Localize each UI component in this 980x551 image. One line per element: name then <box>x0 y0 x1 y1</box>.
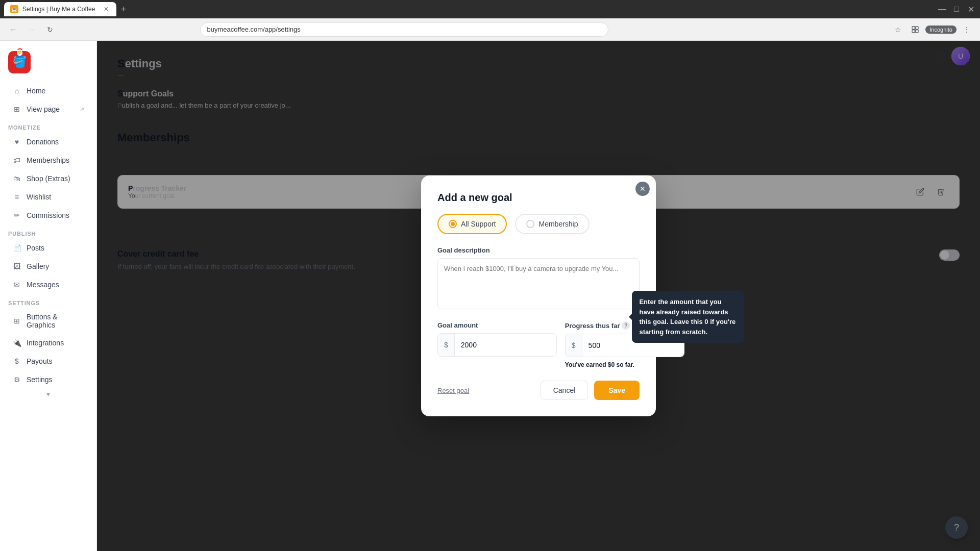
sidebar-item-gallery[interactable]: 🖼 Gallery <box>4 258 92 275</box>
sidebar-item-view-page[interactable]: ⊞ View page ↗ <box>4 101 92 118</box>
all-support-radio-label: All Support <box>461 220 496 228</box>
modal-actions: Cancel Save <box>541 381 640 400</box>
goal-amount-input[interactable] <box>455 334 556 356</box>
all-support-radio-dot <box>449 220 457 228</box>
reset-goal-link[interactable]: Reset goal <box>437 387 469 394</box>
browser-tab[interactable]: ☕ Settings | Buy Me a Coffee ✕ <box>4 2 116 16</box>
save-button[interactable]: Save <box>594 381 640 400</box>
grid-icon: ⊞ <box>12 316 21 325</box>
sidebar-item-gallery-label: Gallery <box>27 262 49 270</box>
sidebar-item-messages-label: Messages <box>27 281 59 289</box>
pencil-icon: ✏ <box>12 211 21 220</box>
progress-info-wrapper: ? Enter the amount that you have already… <box>622 321 630 330</box>
bookmark-icon[interactable]: ☆ <box>891 22 905 37</box>
sidebar-item-payouts-label: Payouts <box>27 357 53 365</box>
external-icon: ↗ <box>80 106 84 113</box>
sidebar-item-shop[interactable]: 🛍 Shop (Extras) <box>4 170 92 187</box>
sidebar-item-view-page-label: View page <box>27 105 60 113</box>
sidebar-item-settings[interactable]: ⚙ Settings <box>4 371 92 388</box>
cancel-button[interactable]: Cancel <box>541 381 589 400</box>
app-page: 🎅 🪣 ⌂ Home ⊞ View page ↗ MONETIZE <box>0 41 980 551</box>
tag-icon: 🏷 <box>12 156 21 165</box>
progress-tooltip: Enter the amount that you have already r… <box>632 291 744 343</box>
all-support-radio[interactable]: All Support <box>437 214 507 234</box>
bag-icon: 🛍 <box>12 174 21 183</box>
sidebar-item-memberships[interactable]: 🏷 Memberships <box>4 152 92 169</box>
extension-icon[interactable] <box>908 22 922 37</box>
membership-radio[interactable]: Membership <box>515 214 589 234</box>
sidebar-item-wishlist[interactable]: ≡ Wishlist <box>4 188 92 206</box>
sidebar-item-posts[interactable]: 📄 Posts <box>4 239 92 257</box>
sidebar-item-payouts[interactable]: $ Payouts <box>4 353 92 370</box>
goal-amount-group: Goal amount $ <box>437 321 557 357</box>
menu-icon[interactable]: ⋮ <box>960 22 974 37</box>
sidebar-item-home[interactable]: ⌂ Home <box>4 82 92 99</box>
doc-icon: 📄 <box>12 243 21 253</box>
app-logo: 🎅 🪣 <box>8 51 31 73</box>
sidebar-item-integrations-label: Integrations <box>27 339 64 347</box>
address-bar[interactable]: buymeacoffee.com/app/settings <box>200 22 608 37</box>
new-tab-button[interactable]: + <box>116 2 131 16</box>
earned-suffix: so far. <box>615 361 634 368</box>
dollar-icon: $ <box>12 357 21 366</box>
svg-rect-0 <box>912 27 915 29</box>
reload-button[interactable]: ↻ <box>43 22 57 37</box>
sidebar-item-posts-label: Posts <box>27 244 44 252</box>
home-icon: ⌂ <box>12 86 21 95</box>
progress-label: Progress thus far ? Enter the amount tha… <box>565 321 684 330</box>
amount-row: Goal amount $ Progress thus far <box>437 321 640 368</box>
back-button[interactable]: ← <box>6 22 20 37</box>
gear-icon: ⚙ <box>12 375 21 384</box>
goal-description-label: Goal description <box>437 246 640 254</box>
sidebar-item-commissions-label: Commissions <box>27 211 69 219</box>
goal-type-radio-group: All Support Membership <box>437 214 640 234</box>
modal-footer: Reset goal Cancel Save <box>437 381 640 400</box>
add-goal-modal: ✕ Add a new goal All Support <box>421 176 656 416</box>
all-support-radio-dot-inner <box>451 222 455 226</box>
goal-description-textarea[interactable] <box>437 258 640 309</box>
maximize-button[interactable]: □ <box>951 4 962 14</box>
tab-favicon: ☕ <box>10 5 18 13</box>
sidebar-item-memberships-label: Memberships <box>27 156 69 164</box>
svg-rect-3 <box>916 30 918 32</box>
progress-currency: $ <box>566 334 582 357</box>
browser-toolbar: ← → ↻ buymeacoffee.com/app/settings ☆ In… <box>0 18 980 41</box>
sidebar-item-messages[interactable]: ✉ Messages <box>4 276 92 293</box>
tooltip-text: Enter the amount that you have already r… <box>639 298 736 336</box>
main-area: U Settings — Support Goals Publish a goa… <box>97 41 980 551</box>
goal-amount-label: Goal amount <box>437 321 557 329</box>
close-window-button[interactable]: ✕ <box>966 4 976 14</box>
sidebar-item-commissions[interactable]: ✏ Commissions <box>4 207 92 224</box>
sidebar-scroll-down[interactable]: ▼ <box>0 389 96 400</box>
tab-title: Settings | Buy Me a Coffee <box>22 6 95 13</box>
sidebar-logo: 🎅 🪣 <box>0 47 96 82</box>
minimize-button[interactable]: — <box>937 4 947 14</box>
mail-icon: ✉ <box>12 280 21 289</box>
forward-button[interactable]: → <box>24 22 39 37</box>
list-icon: ≡ <box>12 192 21 202</box>
sidebar-item-donations[interactable]: ♥ Donations <box>4 133 92 151</box>
sidebar: 🎅 🪣 ⌂ Home ⊞ View page ↗ MONETIZE <box>0 41 97 551</box>
progress-info-icon[interactable]: ? <box>622 321 630 330</box>
modal-close-button[interactable]: ✕ <box>635 182 650 196</box>
close-icon: ✕ <box>640 185 646 193</box>
earned-amount: $0 <box>608 361 615 368</box>
heart-icon: ♥ <box>12 137 21 146</box>
progress-group: Progress thus far ? Enter the amount tha… <box>565 321 684 368</box>
modal-backdrop: ✕ Add a new goal All Support <box>97 41 980 551</box>
sidebar-item-buttons-label: Buttons & Graphics <box>27 313 84 329</box>
image-icon: 🖼 <box>12 262 21 271</box>
sidebar-item-settings-label: Settings <box>27 375 53 384</box>
incognito-badge: Incognito <box>925 26 957 34</box>
settings-section-label: SETTINGS <box>0 294 96 308</box>
earned-text: You've earned $0 so far. <box>565 361 684 368</box>
earned-prefix: You've earned <box>565 361 608 368</box>
browser-window: ☕ Settings | Buy Me a Coffee ✕ + — □ ✕ ←… <box>0 0 980 551</box>
monetize-section-label: MONETIZE <box>0 118 96 133</box>
tab-close-button[interactable]: ✕ <box>102 5 110 13</box>
goal-amount-currency: $ <box>438 334 455 356</box>
sidebar-item-home-label: Home <box>27 87 45 95</box>
sidebar-item-integrations[interactable]: 🔌 Integrations <box>4 334 92 352</box>
sidebar-item-donations-label: Donations <box>27 138 59 146</box>
sidebar-item-buttons[interactable]: ⊞ Buttons & Graphics <box>4 309 92 333</box>
